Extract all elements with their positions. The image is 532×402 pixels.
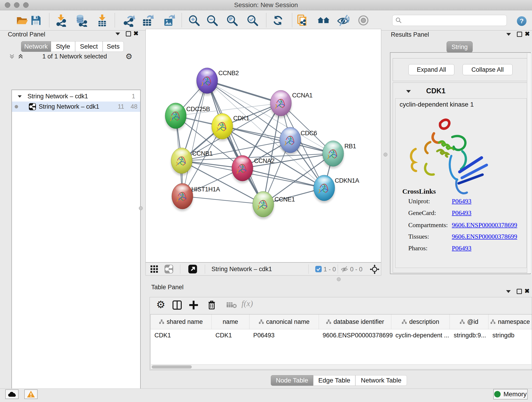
table-panel-title: Table Panel — [151, 284, 184, 291]
memory-status-icon — [494, 391, 500, 397]
network-row-selected[interactable]: String Network – cdk1 11 48 — [12, 102, 140, 112]
cell-namespace[interactable]: stringdb — [488, 329, 532, 341]
tab-node-table[interactable]: Node Table — [271, 375, 313, 386]
hidden-eye-slash-icon[interactable] — [341, 265, 348, 273]
warning-button[interactable] — [24, 389, 38, 399]
crosslink-link[interactable]: 9606.ENSP00000378699 — [452, 233, 517, 240]
open-session-icon[interactable] — [16, 14, 28, 27]
results-tab-string[interactable]: String — [447, 41, 473, 53]
cell-database-identifier[interactable]: 9606.ENSP00000378699 — [319, 329, 392, 341]
import-network-database-icon[interactable] — [75, 14, 88, 27]
birdseye-crosshair-icon[interactable] — [370, 264, 380, 274]
network-selected-status: 1 of 1 Network selected — [24, 53, 126, 60]
cell-shared-name[interactable]: CDK1 — [151, 329, 211, 341]
panel-float-icon[interactable] — [517, 289, 522, 294]
collapse-all-button[interactable]: Collapse All — [462, 64, 513, 75]
save-session-icon[interactable] — [30, 14, 42, 27]
search-input[interactable] — [392, 15, 507, 26]
crosslink-link[interactable]: P06493 — [452, 198, 472, 205]
column-header[interactable]: canonical name — [249, 314, 319, 329]
panel-close-icon[interactable]: ✖ — [133, 31, 139, 37]
node-label: CCNE1 — [274, 196, 295, 203]
tab-style[interactable]: Style — [51, 41, 75, 52]
panel-collapse-icon[interactable] — [506, 33, 511, 36]
show-columns-icon[interactable] — [172, 300, 182, 310]
cell-canonical-name[interactable]: P06493 — [249, 329, 319, 341]
crosslink-link[interactable]: P06493 — [452, 245, 472, 252]
tab-sets[interactable]: Sets — [103, 41, 124, 52]
tab-network[interactable]: Network — [21, 41, 51, 52]
minimize-window-icon[interactable] — [14, 2, 19, 8]
column-header[interactable]: database identifier — [319, 314, 391, 329]
network-list-icon[interactable] — [165, 265, 173, 274]
zoom-selected-icon[interactable] — [246, 14, 259, 27]
cell-name[interactable]: CDK1 — [211, 329, 249, 341]
panel-collapse-icon[interactable] — [115, 32, 120, 35]
add-icon[interactable] — [188, 300, 199, 310]
crosslink-link[interactable]: 9606.ENSP00000378699 — [452, 221, 517, 229]
network-canvas[interactable]: CCNB2 CCNA1 CDC25B CDK1 CDC6 RB1 CCNB1 C… — [146, 29, 381, 262]
gene-description: cyclin-dependent kinase 1 — [399, 101, 474, 108]
results-scrollbar[interactable] — [527, 53, 531, 273]
zoom-window-icon[interactable] — [23, 2, 29, 8]
scrollbar-thumb[interactable] — [152, 365, 192, 369]
tree-expander-icon[interactable] — [18, 95, 22, 97]
grid-view-icon[interactable] — [150, 265, 158, 273]
right-splitter-handle[interactable] — [384, 153, 387, 157]
toolbar-divider — [266, 13, 266, 27]
collection-count: 1 — [132, 93, 135, 100]
column-header[interactable]: @id — [450, 314, 488, 329]
close-window-icon[interactable] — [5, 2, 10, 8]
zoom-fit-icon[interactable] — [226, 14, 239, 27]
tab-select[interactable]: Select — [75, 41, 103, 52]
column-header[interactable]: description — [391, 314, 450, 329]
help-button[interactable]: ? — [517, 16, 526, 26]
column-header[interactable]: shared name — [151, 314, 212, 329]
panel-float-icon[interactable] — [517, 32, 522, 37]
cell-id[interactable]: stringdb:9... — [450, 329, 488, 341]
expand-all-button[interactable]: Expand All — [409, 64, 454, 75]
table-gear-icon[interactable]: ⚙ — [156, 299, 165, 310]
zoom-in-icon[interactable] — [188, 14, 201, 27]
collapse-all-icon[interactable] — [9, 53, 15, 60]
import-network-file-icon[interactable] — [55, 14, 67, 27]
left-splitter-handle[interactable] — [139, 206, 143, 210]
expand-all-icon[interactable] — [17, 53, 24, 60]
crosslink-link[interactable]: P06493 — [452, 209, 472, 217]
main-toolbar: ? — [0, 10, 532, 31]
gear-icon[interactable]: ⚙ — [126, 52, 133, 61]
network-nodes[interactable] — [165, 68, 344, 219]
export-table-icon[interactable] — [141, 14, 154, 27]
export-network-icon[interactable] — [122, 14, 135, 27]
export-image-icon[interactable] — [162, 14, 175, 27]
network-overview-icon[interactable] — [317, 14, 330, 27]
column-header[interactable]: name — [212, 314, 249, 329]
column-header[interactable]: namespace — [488, 314, 532, 329]
network-collection-row[interactable]: String Network – cdk1 1 — [12, 91, 140, 102]
tab-network-table[interactable]: Network Table — [355, 375, 407, 386]
table-row[interactable]: CDK1 CDK1 P06493 9606.ENSP00000378699 cy… — [151, 329, 532, 341]
panel-float-icon[interactable] — [126, 31, 131, 36]
apply-layout-icon[interactable] — [272, 14, 284, 27]
hide-selected-icon[interactable] — [336, 14, 349, 27]
zoom-out-icon[interactable] — [206, 14, 219, 27]
table-horizontal-scrollbar[interactable] — [151, 364, 531, 369]
gene-section-expander-icon[interactable] — [406, 90, 411, 93]
panel-close-icon[interactable]: ✖ — [525, 31, 530, 37]
duplicate-network-icon[interactable] — [296, 14, 309, 27]
shared-column-icon — [159, 319, 164, 324]
shared-column-icon — [490, 319, 496, 324]
panel-close-icon[interactable]: ✖ — [525, 288, 530, 294]
memory-button[interactable]: Memory — [493, 389, 528, 400]
selected-checkbox-icon[interactable] — [315, 266, 322, 272]
cloud-button[interactable] — [5, 389, 19, 399]
panel-collapse-icon[interactable] — [506, 290, 511, 293]
open-in-window-icon[interactable] — [188, 265, 197, 274]
crosslink-label: GeneCard: — [408, 209, 436, 217]
tab-edge-table[interactable]: Edge Table — [313, 375, 355, 386]
node-ccnb1 — [171, 148, 192, 176]
gene-title: CDK1 — [426, 87, 445, 95]
delete-icon[interactable] — [206, 299, 217, 310]
import-table-file-icon[interactable] — [96, 14, 109, 27]
cell-description[interactable]: cyclin-dependent ... — [392, 329, 450, 341]
